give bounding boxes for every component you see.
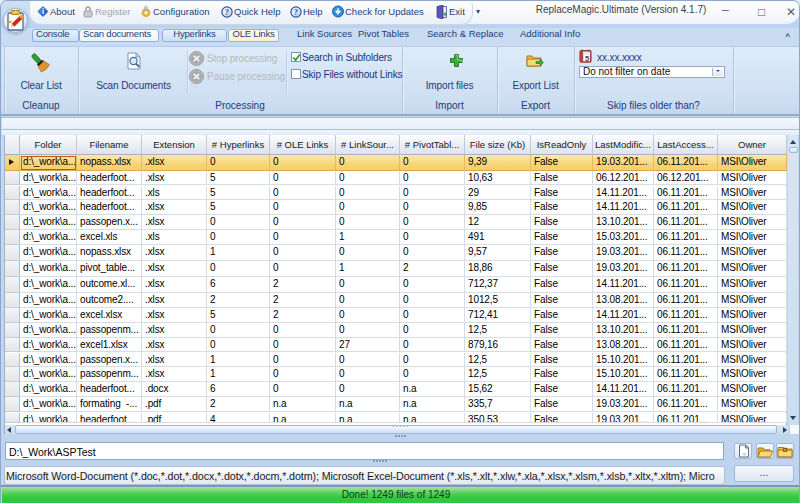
svg-text:?: ? xyxy=(225,7,229,17)
svg-text:i: i xyxy=(42,8,44,16)
svg-text:?: ? xyxy=(294,7,298,17)
svg-text:5: 5 xyxy=(585,54,589,63)
